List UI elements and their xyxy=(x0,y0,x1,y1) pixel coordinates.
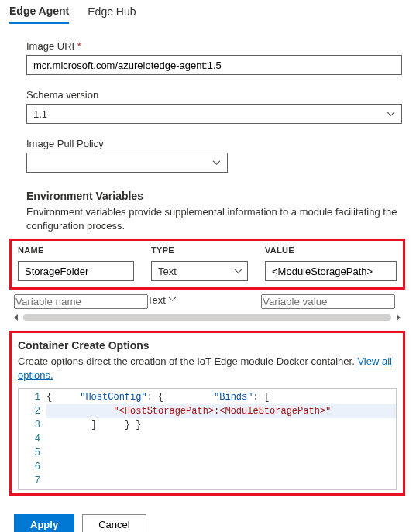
tab-edge-agent[interactable]: Edge Agent xyxy=(9,5,69,24)
code-body[interactable]: { "HostConfig": { "Binds": [ "<HostStora… xyxy=(46,389,396,489)
env-col-value: VALUE xyxy=(265,245,397,255)
env-vars-highlight-box: NAME TYPE VALUE Text xyxy=(9,239,405,290)
scroll-track[interactable] xyxy=(23,314,391,321)
container-create-options-box: Container Create Options Create options … xyxy=(9,331,405,496)
image-uri-input[interactable] xyxy=(26,55,402,75)
env-type-select-empty[interactable]: Text xyxy=(147,294,244,306)
env-vars-header: NAME TYPE VALUE xyxy=(16,245,398,259)
scroll-left-icon[interactable] xyxy=(12,314,20,321)
env-horizontal-scrollbar[interactable] xyxy=(9,311,405,321)
env-row: Text xyxy=(16,259,398,283)
env-vars-desc: Environment variables provide supplement… xyxy=(26,205,402,232)
env-row-empty: Text xyxy=(9,290,405,311)
env-name-input[interactable] xyxy=(18,261,134,281)
env-vars-title: Environment Variables xyxy=(26,190,402,202)
schema-version-value: 1.1 xyxy=(33,108,47,120)
cco-desc: Create options direct the creation of th… xyxy=(18,355,397,382)
code-gutter: 1234567 xyxy=(19,389,46,489)
env-type-select[interactable]: Text xyxy=(151,261,248,281)
schema-version-label: Schema version xyxy=(26,89,402,101)
chevron-down-icon xyxy=(387,110,395,118)
schema-version-select[interactable]: 1.1 xyxy=(26,104,402,124)
chevron-down-icon xyxy=(168,295,177,304)
chevron-down-icon xyxy=(212,159,221,167)
chevron-down-icon xyxy=(234,267,242,276)
env-value-input[interactable] xyxy=(265,261,397,281)
tab-bar: Edge Agent Edge Hub xyxy=(0,0,416,28)
cco-title: Container Create Options xyxy=(18,339,397,352)
env-type-value: Text xyxy=(147,294,166,306)
tab-edge-hub[interactable]: Edge Hub xyxy=(88,5,136,22)
footer-actions: Apply Cancel xyxy=(0,503,416,532)
apply-button[interactable]: Apply xyxy=(14,514,74,532)
env-col-name: NAME xyxy=(18,245,134,255)
cancel-button[interactable]: Cancel xyxy=(82,514,146,532)
required-indicator: * xyxy=(77,40,81,52)
cco-code-editor[interactable]: 1234567 { "HostConfig": { "Binds": [ "<H… xyxy=(18,388,397,490)
env-col-type: TYPE xyxy=(151,245,248,255)
image-pull-policy-label: Image Pull Policy xyxy=(26,138,402,149)
scroll-right-icon[interactable] xyxy=(394,314,402,321)
env-type-value: Text xyxy=(158,266,177,277)
env-value-input-empty[interactable] xyxy=(261,294,395,309)
image-uri-label: Image URI * xyxy=(26,40,402,52)
env-name-input-empty[interactable] xyxy=(14,294,148,309)
image-pull-policy-select[interactable] xyxy=(26,153,228,173)
